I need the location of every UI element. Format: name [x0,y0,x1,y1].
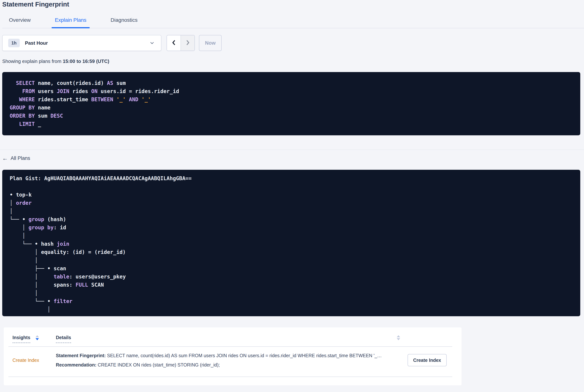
showing-range: 15:00 to 16:59 (UTC) [63,58,109,64]
details-column-header: Details [56,335,452,343]
table-row: Create Index Statement Fingerprint: SELE… [4,347,462,376]
tab-bar: Overview Explain Plans Diagnostics [2,17,584,28]
statement-fingerprint-line: Statement Fingerprint: SELECT name, coun… [56,351,403,360]
now-button[interactable]: Now [199,35,222,51]
sql-statement-block: SELECT name, count(rides.id) AS sum FROM… [2,72,580,135]
time-range-dropdown[interactable]: 1h Past Hour [2,35,161,51]
sort-down-icon [35,338,39,340]
page-title: Statement Fingerprint [2,0,584,8]
section-divider [0,150,584,150]
time-range-label: Past Hour [25,40,48,46]
showing-range-text: Showing explain plans from 15:00 to 16:5… [2,58,584,64]
all-plans-link[interactable]: ← All Plans [2,156,30,161]
row-separator [8,376,452,377]
sort-up-icon [35,335,39,337]
insights-table-header: Insights Details [8,328,452,343]
plan-gist-block: Plan Gist: AgHUAQIABQAAAHYAQIAiAEAAAADCQ… [2,170,580,316]
insights-column-header: Insights [12,335,56,343]
create-index-button[interactable]: Create Index [408,354,447,366]
showing-prefix: Showing explain plans from [2,58,63,64]
details-header-label: Details [56,335,71,343]
insights-header-label: Insights [12,335,30,343]
fingerprint-label: Statement Fingerprint: [56,353,106,358]
recommendation-line: Recommendation: CREATE INDEX ON rides (s… [56,360,403,370]
time-picker-row: 1h Past Hour Now [2,35,584,51]
time-range-badge: 1h [8,39,20,47]
chevron-left-icon [171,39,177,47]
sort-up-icon [397,335,400,337]
next-time-button[interactable] [181,35,194,51]
tab-diagnostics[interactable]: Diagnostics [107,17,141,28]
sort-icon-details[interactable] [397,335,400,340]
insights-table: Insights Details Create Index Statement … [4,328,462,385]
details-cell: Statement Fingerprint: SELECT name, coun… [56,351,403,370]
insight-type-link[interactable]: Create Index [12,358,56,363]
back-arrow-icon: ← [2,156,8,161]
time-nav-group [167,35,195,51]
page: Statement Fingerprint Overview Explain P… [0,0,584,385]
tab-overview[interactable]: Overview [5,17,34,28]
sort-down-icon [397,338,400,340]
all-plans-label: All Plans [10,156,30,161]
prev-time-button[interactable] [167,35,181,51]
recommendation-label: Recommendation: [56,362,96,368]
chevron-right-icon [185,39,191,47]
chevron-down-icon [149,40,155,46]
tab-explain-plans[interactable]: Explain Plans [51,17,90,28]
fingerprint-text: SELECT name, count(rides.id) AS sum FROM… [106,353,382,358]
recommendation-text: CREATE INDEX ON rides (start_time) STORI… [96,362,220,368]
sort-icon-insights[interactable] [35,335,39,340]
